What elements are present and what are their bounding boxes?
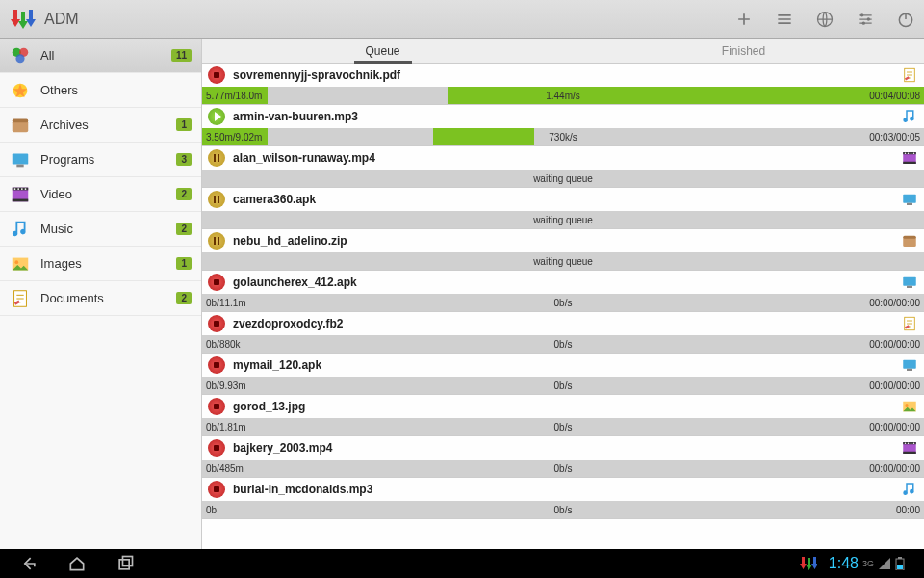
state-button[interactable]	[208, 356, 225, 374]
browser-button[interactable]	[814, 9, 835, 30]
download-size: 3.50m/9.02m	[206, 132, 262, 143]
program-icon	[901, 191, 918, 208]
sidebar-badge: 3	[176, 153, 192, 166]
sidebar-item-all[interactable]: All 11	[0, 39, 201, 73]
android-navbar: 1:48 3G	[0, 549, 924, 578]
svg-point-27	[905, 152, 907, 154]
download-name: gorod_13.jpg	[233, 400, 893, 413]
svg-point-18	[21, 188, 23, 190]
sidebar-badge: 2	[176, 223, 192, 235]
sidebar-item-label: Archives	[40, 118, 167, 132]
program-icon	[901, 356, 918, 374]
download-info: 0b/9.93m 0b/s 00:00/00:00	[202, 377, 924, 394]
recent-button[interactable]	[116, 554, 135, 573]
svg-point-29	[911, 152, 912, 154]
download-speed: 0b/s	[554, 339, 573, 350]
svg-rect-53	[897, 565, 903, 569]
program-icon	[10, 149, 31, 171]
state-button[interactable]	[208, 108, 225, 125]
download-row[interactable]: bajkery_2003.mp4 0b/485m 0b/s 00:00/00:0…	[202, 436, 924, 478]
download-speed: 730k/s	[549, 132, 577, 143]
image-icon	[901, 398, 918, 415]
download-size: 5.77m/18.0m	[206, 91, 262, 101]
sidebar-item-archives[interactable]: Archives 1	[0, 108, 201, 143]
signal-icon	[878, 557, 891, 570]
state-button[interactable]	[208, 481, 225, 498]
sidebar-item-images[interactable]: Images 1	[0, 247, 201, 281]
svg-rect-31	[903, 195, 916, 203]
svg-rect-38	[903, 360, 916, 369]
download-speed: waiting queue	[533, 215, 593, 225]
download-speed: waiting queue	[533, 256, 593, 267]
download-row[interactable]: burial-in_mcdonalds.mp3 0b 0b/s 00:00	[202, 478, 924, 519]
sidebar-item-label: All	[40, 48, 162, 63]
download-row[interactable]: mymail_120.apk 0b/9.93m 0b/s 00:00/00:00	[202, 354, 924, 395]
sidebar-item-video[interactable]: Video 2	[0, 177, 201, 212]
back-button[interactable]	[19, 554, 38, 573]
download-row[interactable]: gorod_13.jpg 0b/1.81m 0b/s 00:00/00:00	[202, 395, 924, 436]
download-name: alan_wilson-runaway.mp4	[233, 151, 893, 165]
state-button[interactable]	[208, 191, 225, 208]
svg-point-16	[14, 188, 16, 190]
sidebar-badge: 1	[176, 257, 192, 270]
download-speed: 0b/s	[554, 381, 573, 391]
svg-rect-12	[16, 164, 23, 167]
download-info: waiting queue	[202, 252, 924, 270]
download-row[interactable]: alan_wilson-runaway.mp4 waiting queue	[202, 146, 924, 188]
add-button[interactable]	[733, 9, 755, 30]
download-name: camera360.apk	[233, 193, 893, 206]
list-button[interactable]	[774, 9, 795, 30]
power-button[interactable]	[895, 9, 916, 30]
settings-button[interactable]	[855, 9, 876, 30]
download-name: nebu_hd_adelino.zip	[233, 234, 893, 248]
sidebar-item-label: Programs	[40, 152, 167, 167]
download-time: 00:00/00:00	[869, 298, 920, 308]
app-title: ADM	[44, 11, 79, 28]
sidebar-badge: 2	[176, 292, 192, 304]
download-name: bajkery_2003.mp4	[233, 441, 893, 455]
download-time: 00:00/00:00	[869, 463, 920, 474]
download-row[interactable]: armin-van-buuren.mp3 3.50m/9.02m 730k/s …	[202, 105, 924, 146]
document-icon	[901, 315, 918, 332]
state-button[interactable]	[208, 274, 225, 291]
sidebar-item-music[interactable]: Music 2	[0, 212, 201, 247]
svg-rect-50	[123, 557, 133, 566]
state-button[interactable]	[208, 439, 225, 457]
download-indicator-icon	[798, 556, 817, 571]
state-button[interactable]	[208, 232, 225, 250]
download-time: 00:00/00:00	[869, 339, 920, 350]
svg-point-46	[908, 442, 910, 444]
state-button[interactable]	[208, 315, 225, 332]
download-row[interactable]: golauncherex_412.apk 0b/11.1m 0b/s 00:00…	[202, 271, 924, 312]
download-size: 0b/880k	[206, 339, 241, 350]
sidebar-badge: 1	[176, 118, 192, 131]
download-info: waiting queue	[202, 170, 924, 187]
download-info: 0b/880k 0b/s 00:00/00:00	[202, 335, 924, 353]
state-button[interactable]	[208, 398, 225, 415]
tab-finished[interactable]: Finished	[563, 39, 924, 63]
sidebar-item-programs[interactable]: Programs 3	[0, 143, 201, 177]
download-row[interactable]: zvezdoproxodcy.fb2 0b/880k 0b/s 00:00/00…	[202, 312, 924, 354]
topbar: ADM	[0, 0, 924, 39]
download-time: 00:00/00:00	[869, 422, 920, 433]
svg-point-7	[15, 54, 24, 63]
svg-point-21	[15, 260, 19, 264]
svg-rect-36	[907, 286, 912, 288]
sidebar-item-label: Others	[40, 83, 192, 97]
sidebar-item-others[interactable]: Others	[0, 73, 201, 108]
download-size: 0b/9.93m	[206, 381, 246, 391]
state-button[interactable]	[208, 149, 225, 167]
download-row[interactable]: sovremennyjj-spravochnik.pdf 5.77m/18.0m…	[202, 64, 924, 105]
download-row[interactable]: nebu_hd_adelino.zip waiting queue	[202, 229, 924, 271]
download-speed: 0b/s	[554, 505, 573, 515]
download-speed: 0b/s	[554, 463, 573, 474]
state-button[interactable]	[208, 66, 225, 84]
all-icon	[10, 45, 31, 66]
download-row[interactable]: camera360.apk waiting queue	[202, 188, 924, 229]
tab-queue[interactable]: Queue	[202, 39, 563, 63]
music-icon	[901, 108, 918, 125]
others-icon	[10, 80, 31, 101]
home-button[interactable]	[67, 554, 87, 573]
sidebar-item-documents[interactable]: Documents 2	[0, 281, 201, 316]
svg-point-19	[25, 188, 27, 190]
